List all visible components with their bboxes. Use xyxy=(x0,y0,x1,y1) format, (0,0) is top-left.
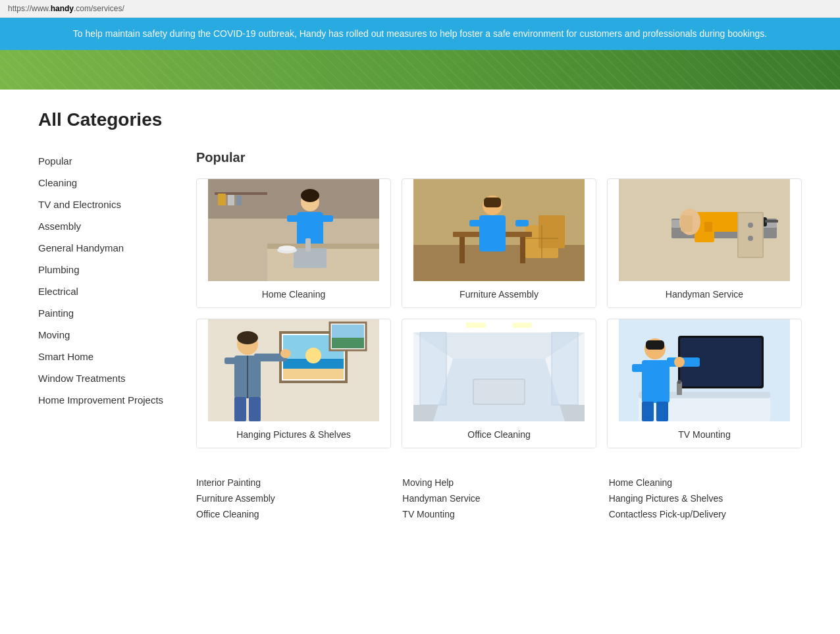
bottom-links: Interior Painting Furniture Assembly Off… xyxy=(196,475,802,522)
sidebar-item-smart-home[interactable]: Smart Home xyxy=(38,346,170,367)
link-contactless-pickup[interactable]: Contactless Pick-up/Delivery xyxy=(609,506,802,522)
card-label-furniture-assembly: Furniture Assembly xyxy=(402,281,596,307)
address-bar: https://www.handy.com/services/ xyxy=(0,0,840,18)
sidebar-item-painting[interactable]: Painting xyxy=(38,302,170,324)
covid-banner: To help maintain safety during the COVID… xyxy=(0,18,840,50)
url-suffix: .com/services/ xyxy=(74,4,124,13)
card-grid: Home Cleaning xyxy=(196,178,802,448)
link-home-cleaning[interactable]: Home Cleaning xyxy=(609,475,802,490)
bottom-links-col1: Interior Painting Furniture Assembly Off… xyxy=(196,475,389,522)
svg-rect-5 xyxy=(236,196,242,205)
page-title: All Categories xyxy=(38,109,802,130)
svg-rect-9 xyxy=(320,215,333,222)
svg-rect-76 xyxy=(474,380,524,404)
svg-point-61 xyxy=(237,331,258,344)
card-home-cleaning[interactable]: Home Cleaning xyxy=(196,178,391,308)
svg-rect-30 xyxy=(484,198,501,207)
link-office-cleaning[interactable]: Office Cleaning xyxy=(196,506,389,522)
card-image-handyman-service xyxy=(608,179,801,281)
svg-rect-49 xyxy=(283,369,344,379)
link-tv-mounting[interactable]: TV Mounting xyxy=(402,506,595,522)
card-image-tv-mounting xyxy=(608,319,801,421)
svg-rect-65 xyxy=(413,319,585,332)
sidebar-item-tv-electronics[interactable]: TV and Electronics xyxy=(38,194,170,215)
sidebar-item-home-improvement[interactable]: Home Improvement Projects xyxy=(38,389,170,411)
svg-rect-20 xyxy=(538,215,565,248)
svg-rect-62 xyxy=(234,397,246,421)
link-handyman-service[interactable]: Handyman Service xyxy=(402,490,595,506)
card-label-handyman-service: Handyman Service xyxy=(608,281,801,307)
svg-rect-70 xyxy=(552,332,578,405)
svg-rect-25 xyxy=(520,237,525,263)
card-hanging-pictures[interactable]: Hanging Pictures & Shelves xyxy=(196,319,391,448)
card-image-furniture-assembly xyxy=(402,179,596,281)
link-interior-painting[interactable]: Interior Painting xyxy=(196,475,389,490)
svg-rect-86 xyxy=(632,364,644,372)
svg-rect-89 xyxy=(642,402,654,421)
svg-point-43 xyxy=(748,223,753,228)
card-image-hanging-pictures xyxy=(197,319,390,421)
link-hanging-pictures[interactable]: Hanging Pictures & Shelves xyxy=(609,490,802,506)
svg-point-10 xyxy=(301,189,319,202)
svg-rect-28 xyxy=(469,220,483,226)
svg-rect-8 xyxy=(287,215,300,222)
svg-rect-3 xyxy=(218,194,226,205)
covid-banner-text: To help maintain safety during the COVID… xyxy=(73,28,767,39)
link-moving-help[interactable]: Moving Help xyxy=(402,475,595,490)
card-label-tv-mounting: TV Mounting xyxy=(608,421,801,448)
sidebar-item-plumbing[interactable]: Plumbing xyxy=(38,259,170,280)
sidebar-item-cleaning[interactable]: Cleaning xyxy=(38,172,170,194)
svg-rect-59 xyxy=(224,357,238,364)
svg-point-44 xyxy=(748,236,753,241)
bottom-links-col3: Home Cleaning Hanging Pictures & Shelves… xyxy=(609,475,802,522)
hero-image xyxy=(0,50,840,90)
svg-point-16 xyxy=(278,246,296,251)
sidebar-item-electrical[interactable]: Electrical xyxy=(38,280,170,302)
svg-rect-38 xyxy=(704,222,712,232)
card-handyman-service[interactable]: Handyman Service xyxy=(607,178,802,308)
svg-rect-27 xyxy=(479,215,506,251)
card-furniture-assembly[interactable]: Furniture Assembly xyxy=(402,178,596,308)
bottom-links-col2: Moving Help Handyman Service TV Mounting xyxy=(402,475,595,522)
svg-point-60 xyxy=(280,349,291,358)
svg-rect-42 xyxy=(739,213,762,257)
svg-rect-71 xyxy=(466,323,486,328)
svg-rect-14 xyxy=(305,238,311,251)
svg-rect-29 xyxy=(515,220,529,226)
card-image-office-cleaning xyxy=(402,319,596,421)
url-prefix: https://www. xyxy=(8,4,51,13)
svg-rect-84 xyxy=(642,360,669,403)
card-label-hanging-pictures: Hanging Pictures & Shelves xyxy=(197,421,390,448)
svg-rect-37 xyxy=(695,230,714,242)
svg-point-87 xyxy=(674,357,685,367)
svg-rect-63 xyxy=(249,397,261,421)
svg-rect-4 xyxy=(228,195,234,205)
card-tv-mounting[interactable]: TV Mounting xyxy=(607,319,802,448)
svg-rect-40 xyxy=(681,215,693,232)
svg-point-50 xyxy=(305,348,321,363)
svg-rect-53 xyxy=(332,338,364,348)
section-heading: Popular xyxy=(196,150,802,165)
link-furniture-assembly[interactable]: Furniture Assembly xyxy=(196,490,389,506)
content-layout: Popular Cleaning TV and Electronics Asse… xyxy=(38,150,802,522)
sidebar-item-popular[interactable]: Popular xyxy=(38,150,170,172)
sidebar-item-general-handyman[interactable]: General Handyman xyxy=(38,237,170,259)
url-domain: handy xyxy=(51,4,74,13)
svg-point-92 xyxy=(677,380,681,384)
card-image-home-cleaning xyxy=(197,179,390,281)
main-content: Popular xyxy=(196,150,802,522)
sidebar-item-assembly[interactable]: Assembly xyxy=(38,215,170,237)
sidebar-item-moving[interactable]: Moving xyxy=(38,324,170,346)
svg-rect-88 xyxy=(646,340,664,350)
card-office-cleaning[interactable]: Office Cleaning xyxy=(402,319,596,448)
svg-rect-24 xyxy=(459,237,465,263)
sidebar-item-window-treatments[interactable]: Window Treatments xyxy=(38,367,170,389)
svg-rect-36 xyxy=(765,220,778,223)
svg-rect-72 xyxy=(512,323,532,328)
card-label-home-cleaning: Home Cleaning xyxy=(197,281,390,307)
main-container: All Categories Popular Cleaning TV and E… xyxy=(25,90,815,542)
card-label-office-cleaning: Office Cleaning xyxy=(402,421,596,448)
svg-rect-90 xyxy=(656,402,668,421)
svg-rect-69 xyxy=(420,332,446,405)
sidebar: Popular Cleaning TV and Electronics Asse… xyxy=(38,150,170,522)
